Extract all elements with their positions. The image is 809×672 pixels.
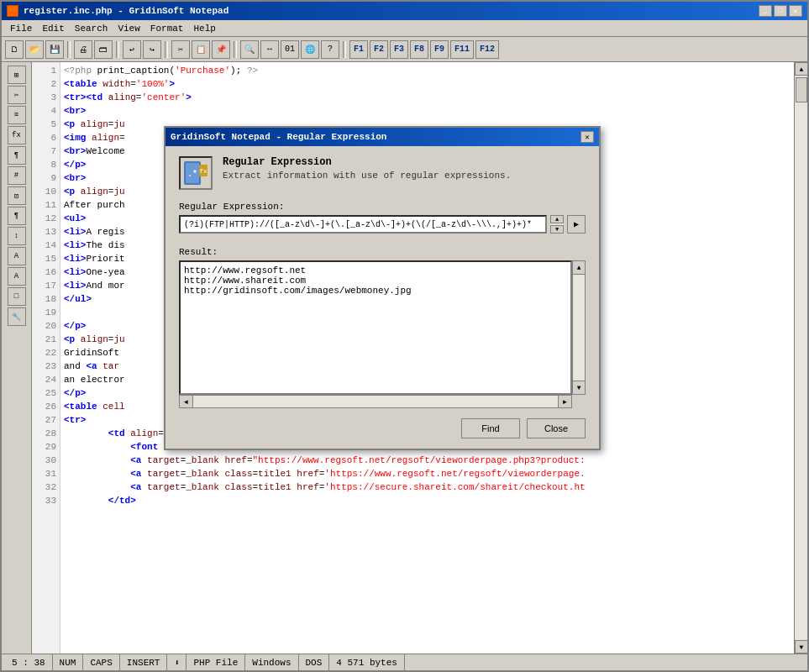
- app-icon: [7, 5, 18, 17]
- line-16: <li>One-yea: [64, 265, 791, 279]
- print2-button[interactable]: 🗃: [94, 40, 113, 59]
- editor-container: ⊞ ✂ ≡ fx ¶ # ⊡ ¶ ↕ A A □ 🔧 12345 678910 …: [2, 62, 807, 654]
- f12-button[interactable]: F12: [475, 40, 499, 59]
- window-controls: _ □ ✕: [759, 5, 802, 17]
- line-3: <tr><td aling='center'>: [64, 91, 791, 104]
- redo-button[interactable]: ↪: [143, 40, 161, 59]
- left-icon-7[interactable]: ⊡: [8, 186, 26, 205]
- f8-button[interactable]: F8: [410, 40, 428, 59]
- toolbar-sep-5: [343, 41, 346, 58]
- line-33: </td>: [64, 494, 791, 507]
- menu-file[interactable]: File: [5, 23, 37, 34]
- line-11: After purch: [64, 198, 791, 212]
- menu-format[interactable]: Format: [145, 23, 189, 34]
- line-29: <font class=title1><b>PHP Processor</b><…: [64, 440, 791, 454]
- encoding-indicator: DOS: [299, 654, 330, 670]
- line-20: </p>: [64, 319, 791, 333]
- f3-button[interactable]: F3: [390, 40, 408, 59]
- line-5: <p align=ju: [64, 118, 791, 131]
- left-icon-9[interactable]: ↕: [8, 227, 26, 245]
- toolbar-sep-2: [116, 41, 119, 58]
- menu-edit[interactable]: Edit: [37, 23, 69, 34]
- line-6: <img align=: [64, 131, 791, 144]
- code-editor[interactable]: 12345 678910 1112131415 1617181920 21222…: [32, 62, 807, 654]
- find-button[interactable]: 🔍: [240, 40, 259, 59]
- line-27: <tr>: [64, 413, 791, 427]
- line-ending-indicator: Windows: [245, 654, 298, 670]
- title-bar-text: register.inc.php - GridinSoft Notepad: [7, 5, 229, 17]
- line-12: <ul>: [64, 212, 791, 225]
- line-25: </p>: [64, 386, 791, 400]
- insert-indicator: INSERT: [120, 654, 168, 670]
- left-icon-6[interactable]: #: [8, 166, 26, 185]
- cursor-position: 5 : 38: [5, 654, 53, 670]
- toolbar-sep-1: [67, 41, 71, 58]
- save-button[interactable]: 💾: [45, 40, 64, 59]
- line-17: <li>And mor: [64, 279, 791, 292]
- line-1: <?php print_caption('Purchase'); ?>: [64, 64, 791, 77]
- copy-button[interactable]: 📋: [192, 40, 210, 59]
- line-4: <br>: [64, 104, 791, 118]
- web-button[interactable]: 🌐: [301, 40, 319, 59]
- main-window: register.inc.php - GridinSoft Notepad _ …: [0, 0, 809, 672]
- print-button[interactable]: 🖨: [74, 40, 92, 59]
- line-7: <br>Welcome of happy customers. Yo: [64, 144, 791, 158]
- toolbar-sep-3: [165, 41, 168, 58]
- left-icon-11[interactable]: A: [8, 267, 26, 286]
- cut-button[interactable]: ✂: [171, 40, 190, 59]
- left-icon-2[interactable]: ✂: [8, 86, 26, 104]
- paste-button[interactable]: 📌: [212, 40, 230, 59]
- menubar: File Edit Search View Format Help: [2, 20, 807, 37]
- scroll-up-button[interactable]: ▲: [795, 62, 807, 76]
- left-icon-8[interactable]: ¶: [8, 207, 26, 225]
- line-numbers: 12345 678910 1112131415 1617181920 21222…: [32, 62, 60, 654]
- line-23: and <a tar: [64, 360, 791, 373]
- scroll-down-button[interactable]: ▼: [795, 640, 807, 654]
- f2-button[interactable]: F2: [370, 40, 388, 59]
- line-26: <table cell: [64, 400, 791, 413]
- f11-button[interactable]: F11: [450, 40, 474, 59]
- replace-button[interactable]: ↔: [260, 40, 279, 59]
- toolbar: 🗋 📂 💾 🖨 🗃 ↩ ↪ ✂ 📋 📌 🔍 ↔ 01 🌐 ? F1 F2 F3 …: [2, 37, 807, 62]
- line-15: <li>Priorit: [64, 252, 791, 265]
- toolbar-sep-4: [234, 41, 237, 58]
- left-icon-3[interactable]: ≡: [8, 106, 26, 124]
- close-button[interactable]: ✕: [789, 5, 802, 17]
- new-button[interactable]: 🗋: [5, 40, 24, 59]
- open-button[interactable]: 📂: [25, 40, 44, 59]
- line-9: <br>: [64, 171, 791, 185]
- maximize-button[interactable]: □: [774, 5, 787, 17]
- line-32: <a target=_blank class=title1 href='http…: [64, 480, 791, 494]
- f9-button[interactable]: F9: [430, 40, 449, 59]
- menu-search[interactable]: Search: [70, 23, 113, 34]
- line-30: <a target=_blank href="https://www.regso…: [64, 454, 791, 467]
- left-icon-5[interactable]: ¶: [8, 146, 26, 165]
- scroll-track[interactable]: [795, 76, 807, 640]
- left-icon-1[interactable]: ⊞: [8, 66, 26, 84]
- line-14: <li>The dis nk href='<?=$_IMAGES?>/: [64, 239, 791, 252]
- left-icon-13[interactable]: 🔧: [8, 307, 26, 326]
- num-indicator: NUM: [53, 654, 84, 670]
- left-icon-10[interactable]: A: [8, 247, 26, 265]
- menu-help[interactable]: Help: [188, 23, 220, 34]
- code-content[interactable]: <?php print_caption('Purchase'); ?> <tab…: [60, 62, 794, 654]
- menu-view[interactable]: View: [113, 23, 144, 34]
- line-10: <p align=ju: [64, 185, 791, 198]
- line-8: </p>: [64, 158, 791, 171]
- title-bar: register.inc.php - GridinSoft Notepad _ …: [2, 2, 807, 20]
- help-button[interactable]: ?: [321, 40, 339, 59]
- f1-button[interactable]: F1: [349, 40, 368, 59]
- line-22: GridinSoft </a>: [64, 346, 791, 360]
- caps-indicator: CAPS: [83, 654, 119, 670]
- undo-button[interactable]: ↩: [123, 40, 141, 59]
- statusbar: 5 : 38 NUM CAPS INSERT ⬇ PHP File Window…: [2, 654, 807, 670]
- line-21: <p align=ju: [64, 333, 791, 346]
- minimize-button[interactable]: _: [759, 5, 772, 17]
- left-icon-12[interactable]: □: [8, 287, 26, 306]
- file-type-indicator: PHP File: [186, 654, 245, 670]
- vertical-scrollbar[interactable]: ▲ ▼: [794, 62, 807, 654]
- scroll-thumb[interactable]: [796, 77, 807, 102]
- info-button[interactable]: 01: [281, 40, 299, 59]
- line-31: <a target=_blank class=title1 href='http…: [64, 467, 791, 480]
- left-icon-4[interactable]: fx: [8, 126, 26, 144]
